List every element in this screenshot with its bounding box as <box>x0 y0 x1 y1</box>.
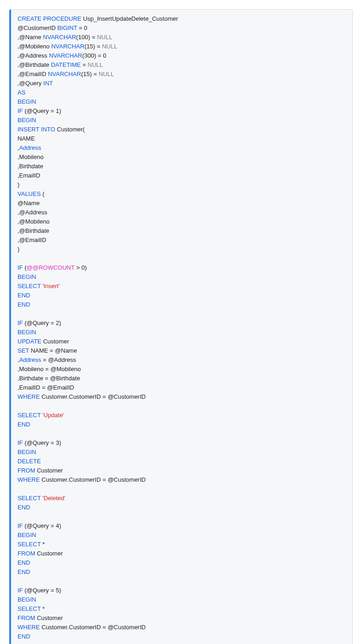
code-token: END <box>18 301 30 308</box>
code-token: NULL <box>97 34 112 41</box>
code-token: BEGIN <box>18 329 36 336</box>
code-token: Customer.CustomerID = @CustomerID <box>40 393 146 400</box>
code-token: BEGIN <box>18 596 36 603</box>
code-token: NULL <box>88 61 103 68</box>
code-token: ,Mobileno = @Mobileno <box>18 366 81 372</box>
code-token: Usp_InsertUpdateDelete_Customer <box>81 15 178 22</box>
code-token: NULL <box>99 71 114 77</box>
code-token: ,@Query <box>18 80 43 87</box>
code-token: BEGIN <box>18 273 36 280</box>
code-token: NVARCHAR <box>51 43 84 50</box>
code-token: * <box>41 605 45 612</box>
code-token: UPDATE <box>18 338 42 345</box>
code-token: Address <box>19 356 42 363</box>
code-token: INTO <box>41 126 55 133</box>
code-token: SET <box>18 347 29 354</box>
code-token: Customer <box>35 467 63 474</box>
code-token: END <box>18 421 30 428</box>
code-token: (@Query = 2) <box>23 319 61 326</box>
code-token: FROM <box>18 550 35 557</box>
code-token: END <box>18 292 30 299</box>
code-token: Customer <box>42 338 69 345</box>
code-token: @CustomerID <box>18 24 57 31</box>
code-token: FROM <box>18 614 35 621</box>
code-token: Customer( <box>55 126 85 133</box>
code-token: SELECT <box>18 541 41 548</box>
code-token: SELECT <box>18 412 41 419</box>
code-token: (15) = <box>81 71 99 77</box>
code-token: (@Query = 4) <box>23 522 61 529</box>
code-token: ,@Birthdate <box>18 227 49 234</box>
code-token: (@Query = 3) <box>23 439 61 446</box>
code-token: VALUES <box>18 190 41 197</box>
code-token: Customer <box>35 614 63 621</box>
code-token: NAME <box>18 135 35 142</box>
code-token: ) <box>18 181 19 188</box>
code-token: INT <box>43 80 53 87</box>
code-token: ,EmailID <box>18 172 40 179</box>
code-token: (100) = <box>76 34 97 41</box>
code-token: NVARCHAR <box>49 52 82 59</box>
code-token: 'Insert' <box>42 283 59 290</box>
code-token: AS <box>18 89 25 96</box>
code-token: WHERE <box>18 624 40 631</box>
code-token: (@Query = 5) <box>23 587 61 594</box>
code-token: Customer <box>35 550 63 557</box>
code-token: CREATE <box>18 15 42 22</box>
code-token: ,EmailID = @EmailID <box>18 384 74 391</box>
code-token: 'Deleted' <box>42 495 65 502</box>
code-token: ,Mobileno <box>18 154 43 160</box>
code-token: END <box>18 568 30 575</box>
code-token: ,@Mobileno <box>18 218 50 225</box>
code-token: = <box>81 61 88 68</box>
code-token: DELETE <box>18 458 41 465</box>
sql-code-content: CREATE PROCEDURE Usp_InsertUpdateDelete_… <box>18 14 346 641</box>
code-token: END <box>18 633 30 640</box>
sql-code-block: CREATE PROCEDURE Usp_InsertUpdateDelete_… <box>9 9 353 644</box>
code-token: ) <box>18 246 19 253</box>
code-token: FROM <box>18 467 35 474</box>
code-token: SELECT <box>18 605 41 612</box>
code-token: DATETIME <box>51 61 81 68</box>
code-token: * <box>41 541 45 548</box>
code-token: (300) = 0 <box>82 52 106 59</box>
code-token: BEGIN <box>18 532 36 538</box>
code-token: ( <box>23 264 27 271</box>
code-token: ,@Address <box>18 52 49 59</box>
code-token: IF <box>18 587 23 594</box>
code-token: > 0) <box>75 264 87 271</box>
code-token: NVARCHAR <box>48 71 81 77</box>
code-token: BEGIN <box>18 449 36 455</box>
code-token: @Name <box>18 200 40 207</box>
code-token: 'Update' <box>42 412 64 419</box>
code-token: ,@EmailID <box>18 71 48 77</box>
code-token: = 0 <box>77 24 87 31</box>
code-token: IF <box>18 264 23 271</box>
code-token: NULL <box>102 43 117 50</box>
code-token: IF <box>18 522 23 529</box>
code-token: Address <box>19 144 42 151</box>
code-token: IF <box>18 107 23 114</box>
code-token: ,@Name <box>18 34 43 41</box>
code-token: SELECT <box>18 283 41 290</box>
code-token: WHERE <box>18 393 40 400</box>
code-token: Customer.CustomerID = @CustomerID <box>40 624 146 631</box>
code-token: INSERT <box>18 126 39 133</box>
code-token: SELECT <box>18 495 41 502</box>
code-token: ,@EmailID <box>18 236 46 243</box>
code-token: WHERE <box>18 476 40 483</box>
code-token: (@Query = 1) <box>23 107 61 114</box>
code-token: ,Birthdate <box>18 163 43 170</box>
code-token: ,Birthdate = @Birthdate <box>18 375 80 382</box>
code-token: BEGIN <box>18 98 36 105</box>
code-token: NAME = @Name <box>29 347 77 354</box>
code-token: BEGIN <box>18 117 36 124</box>
code-token: ,@Mobileno <box>18 43 51 50</box>
code-token: END <box>18 559 30 566</box>
code-token: @@ROWCOUNT <box>27 264 75 271</box>
code-token: NVARCHAR <box>43 34 76 41</box>
code-token: (15) = <box>84 43 102 50</box>
code-token: IF <box>18 319 23 326</box>
code-token: IF <box>18 439 23 446</box>
code-token: ,@Birthdate <box>18 61 51 68</box>
